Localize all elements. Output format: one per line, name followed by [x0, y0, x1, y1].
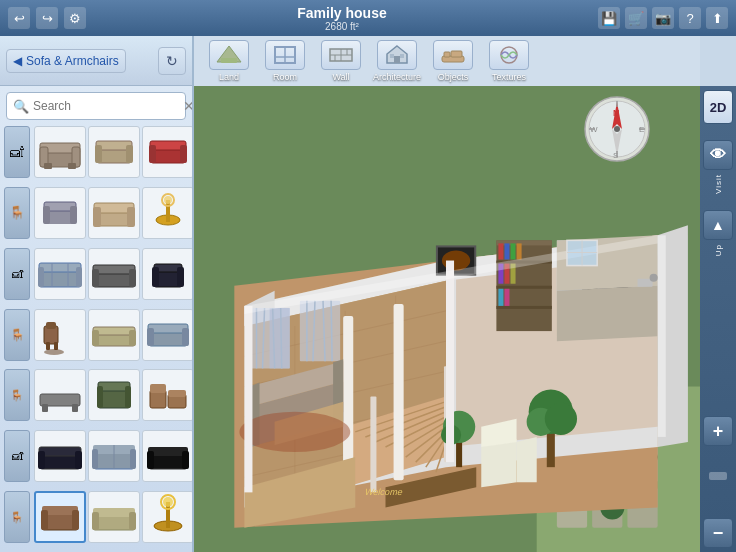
search-bar[interactable]: 🔍 ✕ — [6, 92, 186, 120]
svg-rect-156 — [394, 304, 404, 480]
search-input[interactable] — [33, 99, 183, 113]
furniture-item-4[interactable] — [34, 187, 86, 239]
redo-button[interactable]: ↪ — [36, 7, 58, 29]
svg-rect-171 — [496, 286, 551, 289]
furniture-item-11[interactable] — [88, 309, 140, 361]
svg-rect-45 — [39, 263, 81, 272]
eye-icon: 👁 — [703, 140, 733, 170]
view-2d-button[interactable]: 2D — [703, 90, 733, 124]
architecture-icon — [377, 40, 417, 70]
svg-text:N: N — [613, 108, 620, 118]
svg-rect-77 — [125, 386, 131, 408]
svg-rect-22 — [44, 163, 52, 169]
category-icon-extra[interactable]: 🪑 — [4, 491, 30, 543]
svg-rect-176 — [517, 243, 522, 259]
top-bar-center: Family house 2680 ft² — [297, 5, 386, 32]
land-label: Land — [219, 72, 239, 82]
save-button[interactable]: 💾 — [598, 7, 620, 29]
room-icon — [265, 40, 305, 70]
svg-rect-93 — [147, 451, 154, 469]
zoom-in-button[interactable]: + — [703, 416, 733, 446]
svg-rect-57 — [177, 267, 184, 287]
svg-rect-1 — [221, 58, 237, 63]
furniture-item-19[interactable] — [34, 491, 86, 543]
wall-label: Wall — [332, 72, 349, 82]
category-icon-chair[interactable]: 🪑 — [4, 187, 30, 239]
camera-button[interactable]: 📷 — [652, 7, 674, 29]
zoom-out-button[interactable]: − — [703, 518, 733, 548]
tool-land[interactable]: Land — [202, 40, 256, 82]
furniture-item-8[interactable] — [88, 248, 140, 300]
svg-rect-100 — [93, 508, 135, 517]
svg-rect-59 — [46, 322, 56, 329]
svg-rect-53 — [129, 269, 136, 287]
furniture-item-13[interactable] — [34, 369, 86, 421]
tool-objects[interactable]: Objects — [426, 40, 480, 82]
help-button[interactable]: ? — [679, 7, 701, 29]
svg-rect-90 — [130, 449, 136, 469]
svg-rect-180 — [498, 289, 503, 306]
furniture-item-12[interactable] — [142, 309, 192, 361]
furniture-item-17[interactable] — [88, 430, 140, 482]
toolbar: ◀ Sofa & Armchairs ↻ — [0, 36, 194, 86]
furniture-item-9[interactable] — [142, 248, 192, 300]
cart-button[interactable]: 🛒 — [625, 7, 647, 29]
svg-text:Welcome: Welcome — [364, 487, 402, 497]
furniture-item-1[interactable] — [34, 126, 86, 178]
furniture-item-14[interactable] — [88, 369, 140, 421]
refresh-button[interactable]: ↻ — [158, 47, 186, 75]
svg-point-222 — [650, 274, 658, 282]
furniture-item-16[interactable] — [34, 430, 86, 482]
svg-rect-64 — [93, 327, 135, 335]
furniture-item-3[interactable] — [142, 126, 192, 178]
canvas-area[interactable]: Welcome — [194, 86, 700, 552]
svg-line-162 — [281, 308, 282, 368]
svg-rect-81 — [168, 390, 186, 397]
svg-rect-98 — [72, 510, 79, 530]
svg-rect-97 — [41, 510, 48, 530]
svg-rect-15 — [444, 52, 450, 57]
settings-icon[interactable]: ⚙ — [64, 7, 86, 29]
top-bar-right: 💾 🛒 📷 ? ⬆ — [598, 7, 728, 29]
furniture-item-2[interactable] — [88, 126, 140, 178]
furniture-item-5[interactable] — [88, 187, 140, 239]
back-label: Sofa & Armchairs — [26, 54, 119, 68]
category-icon-sectional[interactable]: 🛋 — [4, 248, 30, 300]
tool-textures[interactable]: Textures — [482, 40, 536, 82]
svg-marker-206 — [517, 437, 537, 482]
up-label: Up — [714, 244, 723, 256]
category-icon-rocking[interactable]: 🪑 — [4, 309, 30, 361]
undo-button[interactable]: ↩ — [8, 7, 30, 29]
up-button[interactable]: ▲ — [703, 210, 733, 240]
furniture-item-10[interactable] — [34, 309, 86, 361]
furniture-item-21[interactable] — [142, 491, 192, 543]
share-button[interactable]: ⬆ — [706, 7, 728, 29]
back-button[interactable]: ◀ Sofa & Armchairs — [6, 49, 126, 73]
svg-rect-72 — [42, 404, 48, 412]
svg-rect-85 — [75, 451, 82, 469]
tool-room[interactable]: Room — [258, 40, 312, 82]
category-icon-bench[interactable]: 🪑 — [4, 369, 30, 421]
furniture-item-6[interactable] — [142, 187, 192, 239]
back-arrow-icon: ◀ — [13, 54, 22, 68]
svg-rect-56 — [152, 267, 159, 287]
tool-wall[interactable]: Wall — [314, 40, 368, 82]
search-clear-button[interactable]: ✕ — [183, 98, 194, 114]
wall-icon — [321, 40, 361, 70]
furniture-item-20[interactable] — [88, 491, 140, 543]
svg-rect-175 — [511, 243, 516, 259]
svg-rect-94 — [182, 451, 189, 469]
svg-rect-12 — [390, 54, 394, 58]
furniture-item-18[interactable] — [142, 430, 192, 482]
tool-icons-bar: Land Room Wall — [194, 36, 700, 86]
svg-rect-31 — [180, 145, 187, 163]
furniture-item-7[interactable] — [34, 248, 86, 300]
tool-architecture[interactable]: Architecture — [370, 40, 424, 82]
visit-label: Visit — [714, 174, 723, 194]
category-icon-lounge[interactable]: 🛋 — [4, 430, 30, 482]
furniture-item-15[interactable] — [142, 369, 192, 421]
svg-rect-51 — [93, 265, 135, 274]
category-icon-sofa[interactable]: 🛋 — [4, 126, 30, 178]
svg-point-106 — [163, 497, 173, 507]
textures-icon — [489, 40, 529, 70]
